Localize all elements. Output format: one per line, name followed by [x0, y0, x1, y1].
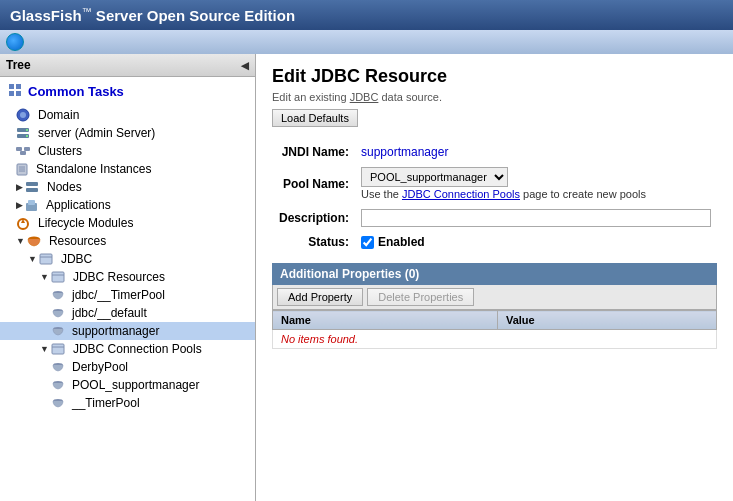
no-items-row: No items found. [273, 330, 717, 349]
desc-label: Description: [272, 205, 355, 231]
jdbc-icon [39, 253, 53, 265]
timerPool-label: jdbc/__TimerPool [72, 288, 165, 302]
page-title: Edit JDBC Resource [272, 66, 717, 87]
sidebar-item-default[interactable]: jdbc/__default [0, 304, 255, 322]
sidebar-item-pool-supportmanager[interactable]: POOL_supportmanager [0, 376, 255, 394]
applications-icon [25, 199, 38, 212]
svg-rect-17 [26, 182, 38, 186]
svg-rect-0 [9, 84, 14, 89]
status-checkbox[interactable] [361, 236, 374, 249]
jdbc-resources-icon [51, 271, 65, 283]
common-tasks-icon [8, 83, 22, 100]
sidebar-header: Tree ◀ [0, 54, 255, 77]
jdbc-label: JDBC [61, 252, 92, 266]
sidebar-item-derbypool[interactable]: DerbyPool [0, 358, 255, 376]
pool-select[interactable]: POOL_supportmanager [361, 167, 508, 187]
value-column-header: Value [497, 311, 716, 330]
sidebar-item-jdbc[interactable]: ▼ JDBC [0, 250, 255, 268]
resources-icon [27, 235, 41, 248]
jdbc-resources-expand-icon: ▼ [40, 272, 49, 282]
no-items-text: No items found. [281, 333, 358, 345]
sidebar-item-domain[interactable]: Domain [0, 106, 255, 124]
jndi-row: JNDI Name: supportmanager [272, 141, 717, 163]
lifecycle-label: Lifecycle Modules [38, 216, 133, 230]
pool-supportmanager-label: POOL_supportmanager [72, 378, 199, 392]
status-label: Status: [272, 231, 355, 253]
common-tasks-label: Common Tasks [28, 84, 124, 99]
subtitle-text-before: Edit an existing [272, 91, 350, 103]
status-value-cell: Enabled [355, 231, 717, 253]
app-subtitle: Server Open Source Edition [92, 7, 295, 24]
svg-point-8 [26, 129, 28, 131]
svg-rect-12 [24, 147, 30, 151]
svg-rect-2 [9, 91, 14, 96]
app-header: GlassFish™ Server Open Source Edition [0, 0, 733, 30]
properties-table-head: Name Value [273, 311, 717, 330]
edit-form: JNDI Name: supportmanager Pool Name: POO… [272, 141, 717, 253]
server-label: server (Admin Server) [38, 126, 155, 140]
lifecycle-icon [16, 217, 30, 230]
svg-point-9 [26, 135, 28, 137]
properties-table-body: No items found. [273, 330, 717, 349]
sidebar: Tree ◀ Common Tasks Domain server (Admin… [0, 54, 256, 501]
common-tasks-item[interactable]: Common Tasks [0, 77, 255, 106]
status-text: Enabled [378, 235, 425, 249]
jndi-value: supportmanager [361, 145, 448, 159]
sidebar-item-clusters[interactable]: Clusters [0, 142, 255, 160]
sidebar-item-timerPool2[interactable]: __TimerPool [0, 394, 255, 412]
name-col-label: Name [281, 314, 311, 326]
sidebar-item-supportmanager[interactable]: supportmanager [0, 322, 255, 340]
timerPool-icon [52, 289, 64, 301]
svg-rect-20 [28, 200, 35, 205]
timerPool2-label: __TimerPool [72, 396, 140, 410]
tree-label: Tree [6, 58, 31, 72]
sidebar-item-timerPool[interactable]: jdbc/__TimerPool [0, 286, 255, 304]
resources-expand-icon: ▼ [16, 236, 25, 246]
applications-label: Applications [46, 198, 111, 212]
derbypool-icon [52, 361, 64, 373]
sidebar-item-server[interactable]: server (Admin Server) [0, 124, 255, 142]
load-defaults-button[interactable]: Load Defaults [272, 109, 358, 127]
sidebar-item-resources[interactable]: ▼ Resources [0, 232, 255, 250]
tm-symbol: ™ [82, 6, 92, 17]
sidebar-item-standalone[interactable]: Standalone Instances [0, 160, 255, 178]
supportmanager-label: supportmanager [72, 324, 159, 338]
main-layout: Tree ◀ Common Tasks Domain server (Admin… [0, 54, 733, 501]
additional-properties-header: Additional Properties (0) [272, 263, 717, 285]
sidebar-item-lifecycle[interactable]: Lifecycle Modules [0, 214, 255, 232]
sidebar-item-jdbc-resources[interactable]: ▼ JDBC Resources [0, 268, 255, 286]
sidebar-item-connection-pools[interactable]: ▼ JDBC Connection Pools [0, 340, 255, 358]
subtitle-jdbc-link: JDBC [350, 91, 379, 103]
clusters-icon [16, 145, 30, 157]
description-input[interactable] [361, 209, 711, 227]
sidebar-item-applications[interactable]: ▶ Applications [0, 196, 255, 214]
collapse-button[interactable]: ◀ [241, 60, 249, 71]
domain-icon [16, 108, 30, 122]
desc-row: Description: [272, 205, 717, 231]
pool-help-link[interactable]: JDBC Connection Pools [402, 188, 520, 200]
sidebar-item-nodes[interactable]: ▶ Nodes [0, 178, 255, 196]
jdbc-resources-label: JDBC Resources [73, 270, 165, 284]
connection-pools-label: JDBC Connection Pools [73, 342, 202, 356]
domain-label: Domain [38, 108, 79, 122]
value-col-label: Value [506, 314, 535, 326]
desc-value-cell [355, 205, 717, 231]
status-checkbox-label: Enabled [361, 235, 711, 249]
svg-rect-25 [52, 272, 64, 282]
globe-icon[interactable] [6, 33, 24, 51]
status-row: Status: Enabled [272, 231, 717, 253]
svg-rect-10 [16, 147, 22, 151]
connection-pools-icon [51, 343, 65, 355]
resources-label: Resources [49, 234, 106, 248]
delete-properties-button[interactable]: Delete Properties [367, 288, 474, 306]
standalone-label: Standalone Instances [36, 162, 151, 176]
pool-row: Pool Name: POOL_supportmanager Use the J… [272, 163, 717, 205]
svg-rect-11 [20, 151, 26, 155]
content-area: Edit JDBC Resource Edit an existing JDBC… [256, 54, 733, 501]
name-column-header: Name [273, 311, 498, 330]
svg-point-5 [20, 112, 26, 118]
add-property-button[interactable]: Add Property [277, 288, 363, 306]
supportmanager-icon [52, 325, 64, 337]
clusters-label: Clusters [38, 144, 82, 158]
app-title: GlassFish [10, 7, 82, 24]
